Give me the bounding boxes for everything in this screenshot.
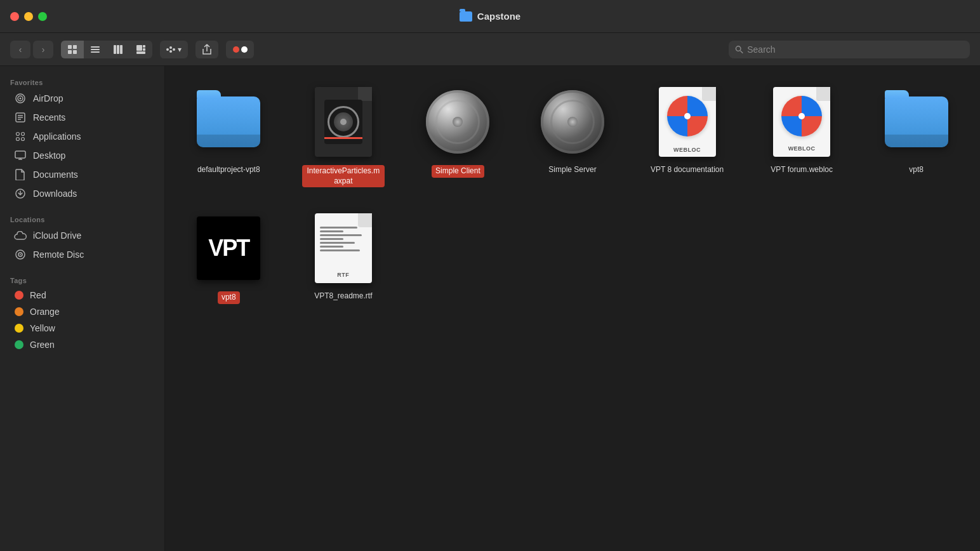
svg-point-22	[20, 98, 22, 100]
svg-point-17	[173, 48, 175, 51]
title-folder-icon	[460, 11, 472, 22]
rtf-file-icon: RTF	[315, 213, 372, 283]
applications-icon	[14, 130, 27, 143]
svg-point-28	[22, 133, 25, 136]
rtf-icon-wrap: RTF	[305, 210, 381, 286]
search-icon	[735, 45, 743, 54]
svg-rect-7	[114, 45, 116, 54]
tag-button[interactable]	[226, 41, 254, 58]
main-layout: Favorites AirDrop Recents Applications D…	[0, 66, 980, 551]
svg-rect-4	[91, 46, 100, 48]
window-controls	[10, 12, 47, 21]
list-item[interactable]: Simple Client	[407, 79, 509, 192]
tag-yellow-dot	[15, 324, 23, 333]
file-name: VPT8_readme.rtf	[314, 291, 372, 302]
sidebar-item-applications[interactable]: Applications	[4, 127, 161, 146]
recents-icon	[14, 111, 27, 124]
svg-point-15	[169, 50, 172, 53]
nav-buttons: ‹ ›	[10, 41, 53, 58]
list-item[interactable]: InteractiveParticles.maxpat	[293, 79, 395, 192]
sidebar-item-desktop[interactable]: Desktop	[4, 146, 161, 165]
svg-rect-0	[68, 45, 72, 49]
view-list-button[interactable]	[84, 41, 107, 58]
sidebar-item-downloads[interactable]: Downloads	[4, 184, 161, 203]
favorites-label: Favorites	[0, 74, 164, 89]
vpt-icon: VPT	[197, 216, 260, 280]
toolbar: ‹ › ▾	[0, 33, 980, 66]
svg-rect-6	[91, 51, 100, 53]
sidebar-item-icloud[interactable]: iCloud Drive	[4, 226, 161, 245]
sidebar-item-tag-yellow[interactable]: Yellow	[4, 320, 161, 336]
svg-point-30	[22, 138, 25, 141]
sphere-icon-2	[541, 90, 604, 154]
list-item[interactable]: Simple Server	[522, 79, 624, 192]
file-name: Simple Server	[548, 165, 596, 175]
file-name: defaultproject-vpt8	[197, 165, 260, 175]
webloc-icon-wrap: WEBLOC	[649, 84, 725, 160]
sidebar-item-documents[interactable]: Documents	[4, 165, 161, 184]
sidebar: Favorites AirDrop Recents Applications D…	[0, 66, 165, 551]
sidebar-item-remote[interactable]: Remote Disc	[4, 245, 161, 264]
file-name: vpt8	[218, 291, 240, 304]
list-item[interactable]: RTF VPT8_readme.rtf	[293, 205, 395, 309]
sidebar-item-tag-red[interactable]: Red	[4, 287, 161, 303]
close-button[interactable]	[10, 12, 19, 21]
maxpat-icon-wrap	[305, 84, 381, 160]
svg-point-16	[166, 48, 169, 51]
list-item[interactable]: WEBLOC VPT 8 documentation	[636, 79, 738, 192]
search-bar[interactable]	[729, 41, 970, 58]
list-item[interactable]: VPT vpt8	[178, 205, 280, 309]
remote-icon	[14, 248, 27, 261]
view-toggle-group	[61, 41, 152, 58]
title-bar: Capstone	[0, 0, 980, 33]
file-name: Simple Client	[432, 165, 484, 178]
webloc-icon: WEBLOC	[659, 87, 716, 157]
svg-point-14	[169, 46, 172, 49]
svg-rect-5	[91, 49, 100, 50]
forward-button[interactable]: ›	[33, 41, 53, 58]
sphere-icon	[426, 90, 489, 154]
tag-orange-dot	[15, 307, 23, 316]
svg-line-19	[741, 50, 743, 53]
list-item[interactable]: WEBLOC VPT forum.webloc	[751, 79, 853, 192]
vpt-icon-wrap: VPT	[190, 210, 267, 286]
view-column-button[interactable]	[107, 41, 129, 58]
arrange-button[interactable]: ▾	[160, 41, 188, 58]
sidebar-item-tag-orange[interactable]: Orange	[4, 303, 161, 320]
desktop-icon	[14, 149, 27, 162]
svg-point-27	[17, 133, 20, 136]
list-item[interactable]: vpt8	[865, 79, 967, 192]
svg-rect-13	[136, 51, 145, 54]
svg-point-29	[17, 138, 20, 141]
sidebar-item-recents[interactable]: Recents	[4, 108, 161, 127]
search-input[interactable]	[747, 44, 963, 55]
share-button[interactable]	[195, 41, 218, 58]
back-button[interactable]: ‹	[10, 41, 30, 58]
locations-label: Locations	[0, 211, 164, 226]
sidebar-item-tag-green[interactable]: Green	[4, 336, 161, 353]
svg-rect-1	[73, 45, 77, 49]
svg-point-18	[736, 46, 741, 51]
downloads-icon	[14, 187, 27, 200]
svg-rect-9	[120, 45, 122, 54]
webloc2-icon-wrap: WEBLOC	[764, 84, 840, 160]
icloud-icon	[14, 229, 27, 242]
list-item[interactable]: defaultproject-vpt8	[178, 79, 280, 192]
svg-point-37	[20, 254, 21, 255]
sidebar-item-airdrop[interactable]: AirDrop	[4, 89, 161, 108]
file-name: VPT forum.webloc	[771, 165, 833, 175]
file-name: vpt8	[909, 165, 924, 175]
maxpat-icon	[315, 87, 372, 157]
svg-rect-31	[15, 151, 25, 158]
folder-icon-2	[885, 96, 948, 147]
airdrop-icon	[14, 92, 27, 105]
minimize-button[interactable]	[24, 12, 33, 21]
sphere-icon-wrap	[420, 84, 496, 160]
folder-icon-wrap	[190, 84, 267, 160]
tag-red-dot	[15, 291, 23, 300]
view-gallery-button[interactable]	[129, 41, 152, 58]
maximize-button[interactable]	[38, 12, 47, 21]
file-name: InteractiveParticles.maxpat	[302, 165, 385, 187]
view-icon-button[interactable]	[61, 41, 84, 58]
folder2-icon-wrap	[878, 84, 955, 160]
